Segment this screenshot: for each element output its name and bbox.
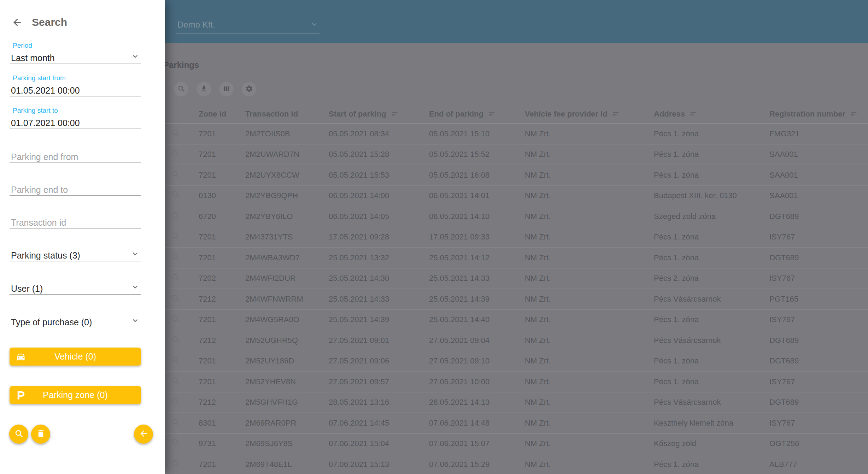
cell-registration-number: DGT689 bbox=[769, 253, 868, 262]
cell-transaction-id: 2M4WBA3WD7 bbox=[245, 253, 329, 262]
cell-transaction-id: 2M2UWARD7N bbox=[245, 150, 329, 159]
cell-registration-number: SAA001 bbox=[769, 150, 868, 159]
cell-transaction-id: 2M5GHVFH1G bbox=[245, 398, 329, 407]
cell-transaction-id: 2M2TOIIS0B bbox=[245, 129, 329, 138]
cell-end-of-parking: 28.05.2021 14:13 bbox=[429, 398, 525, 407]
cell-start-of-parking: 06.05.2021 14:00 bbox=[329, 191, 429, 200]
chevron-down-icon bbox=[130, 316, 140, 325]
parking-start-from-input[interactable]: 01.05.2021 00:00 bbox=[10, 85, 141, 96]
cell-zone-id: 7212 bbox=[199, 398, 245, 407]
cell-end-of-parking: 05.05.2021 16:08 bbox=[429, 171, 525, 180]
row-detail-search-icon[interactable] bbox=[171, 459, 180, 468]
drawer-back-arrow-icon[interactable] bbox=[12, 17, 23, 28]
company-select-value: Demo Kft. bbox=[177, 20, 215, 29]
cell-vehicle-fee-provider-id: NM Zrt. bbox=[525, 460, 654, 469]
row-detail-search-icon[interactable] bbox=[171, 273, 180, 282]
parking-end-from-input[interactable] bbox=[10, 152, 141, 163]
cell-address: Pécs Vásárcsarnok bbox=[654, 398, 769, 407]
download-icon bbox=[200, 85, 208, 94]
page-title: Parkings bbox=[163, 60, 199, 70]
cell-end-of-parking: 25.05.2021 14:33 bbox=[429, 274, 525, 283]
cell-zone-id: 7201 bbox=[199, 171, 245, 180]
column-header-vehicle-fee-provider-id[interactable]: Vehicle fee provider id bbox=[525, 109, 654, 119]
parking-start-to-label: Parking start to bbox=[10, 107, 141, 114]
cell-registration-number: ISY767 bbox=[769, 377, 868, 386]
period-select[interactable]: Period Last month bbox=[10, 42, 141, 64]
settings-button[interactable] bbox=[242, 82, 256, 96]
row-detail-search-icon[interactable] bbox=[171, 417, 180, 427]
cell-start-of-parking: 05.05.2021 08:34 bbox=[329, 129, 429, 138]
row-detail-search-icon[interactable] bbox=[171, 397, 180, 406]
parking-start-to-field: Parking start to 01.07.2021 00:00 bbox=[10, 107, 141, 129]
type-of-purchase-select[interactable]: Type of purchase (0) bbox=[10, 317, 141, 328]
apply-search-button[interactable] bbox=[9, 425, 28, 444]
cell-zone-id: 6720 bbox=[199, 212, 245, 221]
row-detail-search-icon[interactable] bbox=[171, 170, 180, 179]
table-toolbar bbox=[174, 82, 256, 96]
cell-start-of-parking: 05.05.2021 15:53 bbox=[329, 171, 429, 180]
table-search-button[interactable] bbox=[174, 82, 188, 96]
row-detail-search-icon[interactable] bbox=[171, 211, 180, 220]
columns-button[interactable] bbox=[219, 82, 234, 96]
arrow-left-icon bbox=[139, 429, 148, 440]
column-header-registration-number[interactable]: Registration number bbox=[769, 109, 868, 119]
company-select[interactable]: Demo Kft. bbox=[176, 20, 319, 34]
cell-zone-id: 7212 bbox=[199, 336, 245, 345]
user-select[interactable]: User (1) bbox=[10, 283, 141, 295]
cell-zone-id: 7201 bbox=[199, 460, 245, 469]
clear-filters-button[interactable] bbox=[31, 425, 50, 444]
cell-start-of-parking: 28.05.2021 13:16 bbox=[329, 398, 429, 407]
columns-icon bbox=[223, 85, 230, 94]
cell-address: Pécs Vásárcsarnok bbox=[654, 295, 769, 304]
cell-vehicle-fee-provider-id: NM Zrt. bbox=[525, 253, 654, 262]
cell-zone-id: 8301 bbox=[199, 419, 245, 428]
cell-registration-number: PGT165 bbox=[769, 295, 868, 304]
parking-start-to-input[interactable]: 01.07.2021 00:00 bbox=[10, 118, 141, 129]
cell-transaction-id: 2M2UYX8CCW bbox=[245, 171, 329, 180]
cell-registration-number: ISY767 bbox=[769, 315, 868, 324]
cell-vehicle-fee-provider-id: NM Zrt. bbox=[525, 439, 654, 448]
collapse-drawer-button[interactable] bbox=[134, 425, 153, 444]
cell-registration-number: FMG321 bbox=[769, 129, 868, 138]
row-detail-search-icon[interactable] bbox=[171, 438, 180, 447]
row-detail-search-icon[interactable] bbox=[171, 294, 180, 303]
user-value: User (1) bbox=[10, 283, 141, 295]
cell-registration-number: ISY767 bbox=[769, 274, 868, 283]
cell-end-of-parking: 17.05.2021 09:33 bbox=[429, 232, 525, 242]
chevron-down-icon bbox=[130, 282, 140, 292]
row-detail-search-icon[interactable] bbox=[171, 231, 180, 241]
cell-address: Budapest XIII. ker. 0130 bbox=[654, 191, 769, 200]
parking-zone-filter-button[interactable]: P Parking zone (0) bbox=[10, 386, 141, 404]
column-header-end-of-parking[interactable]: End of parking bbox=[429, 109, 525, 119]
cell-registration-number: OGT256 bbox=[769, 439, 868, 448]
cell-vehicle-fee-provider-id: NM Zrt. bbox=[525, 274, 654, 283]
row-detail-search-icon[interactable] bbox=[171, 149, 180, 158]
cell-start-of-parking: 17.05.2021 09:28 bbox=[329, 232, 429, 242]
row-detail-search-icon[interactable] bbox=[171, 252, 180, 261]
cell-start-of-parking: 07.06.2021 14:45 bbox=[329, 419, 429, 428]
transaction-id-input[interactable] bbox=[10, 217, 141, 229]
cell-vehicle-fee-provider-id: NM Zrt. bbox=[525, 295, 654, 304]
row-detail-search-icon[interactable] bbox=[171, 314, 180, 323]
vehicle-filter-label: Vehicle (0) bbox=[54, 351, 96, 362]
row-detail-search-icon[interactable] bbox=[171, 376, 180, 385]
export-download-button[interactable] bbox=[197, 82, 211, 96]
cell-end-of-parking: 07.06.2021 15:07 bbox=[429, 439, 525, 448]
parking-status-select[interactable]: Parking status (3) bbox=[10, 250, 141, 261]
vehicle-filter-button[interactable]: Vehicle (0) bbox=[10, 348, 141, 366]
cell-end-of-parking: 05.05.2021 15:10 bbox=[429, 129, 525, 138]
cell-transaction-id: 2M52YHEV8N bbox=[245, 377, 329, 386]
cell-transaction-id: 2M69RAR0PR bbox=[245, 419, 329, 428]
sort-icon bbox=[690, 111, 697, 118]
row-detail-search-icon[interactable] bbox=[171, 335, 180, 344]
parking-end-to-input[interactable] bbox=[10, 184, 141, 196]
row-detail-search-icon[interactable] bbox=[171, 128, 180, 137]
column-header-start-of-parking[interactable]: Start of parking bbox=[329, 109, 429, 119]
row-detail-search-icon[interactable] bbox=[171, 190, 180, 199]
cell-registration-number: SAA001 bbox=[769, 191, 868, 200]
cell-address: Pécs 1. zóna bbox=[654, 150, 769, 159]
search-drawer: Search Period Last month Parking start f… bbox=[0, 0, 165, 474]
parking-start-from-field: Parking start from 01.05.2021 00:00 bbox=[10, 74, 141, 96]
column-header-address[interactable]: Address bbox=[654, 109, 769, 119]
row-detail-search-icon[interactable] bbox=[171, 355, 180, 365]
